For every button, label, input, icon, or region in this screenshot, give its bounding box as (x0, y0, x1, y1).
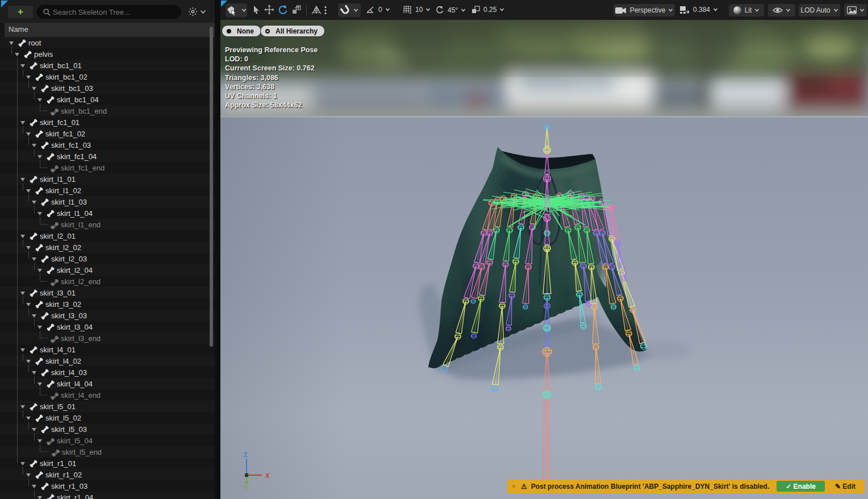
svg-text:Y: Y (244, 484, 248, 491)
svg-text:X: X (265, 472, 270, 479)
svg-text:Z: Z (244, 451, 248, 458)
